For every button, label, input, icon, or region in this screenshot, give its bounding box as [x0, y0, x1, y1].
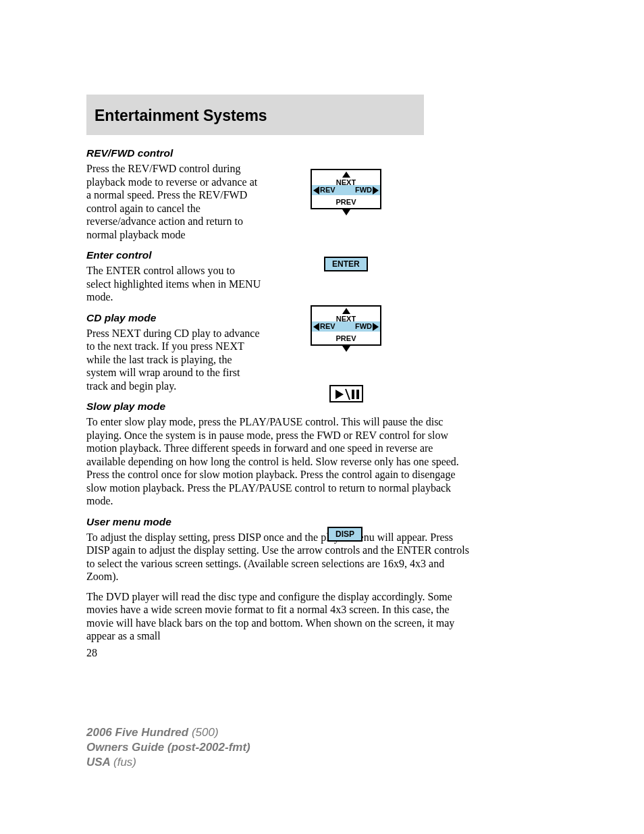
enter-button-graphic: ENTER	[324, 257, 368, 271]
figure-dpad-1: NEXT PREV REV FWD	[311, 169, 381, 217]
body-slow: To enter slow play mode, press the PLAY/…	[86, 415, 473, 508]
figure-enter-button: ENTER	[324, 257, 368, 271]
page-number: 28	[86, 647, 97, 659]
triangle-down-icon	[342, 209, 350, 215]
section-cdplay: CD play mode Press NEXT during CD play t…	[86, 312, 473, 393]
footer-model-code: (500)	[192, 726, 219, 739]
dpad-next-label: NEXT	[336, 315, 356, 323]
svg-rect-3	[356, 390, 359, 399]
body-usermenu-2: The DVD player will read the disc type a…	[86, 590, 473, 643]
footer-region: USA	[86, 756, 113, 768]
section-enter: Enter control The ENTER control allows y…	[86, 249, 473, 304]
triangle-left-icon	[313, 186, 319, 194]
figure-playpause	[329, 385, 363, 402]
heading-cdplay: CD play mode	[86, 312, 473, 324]
dpad-fwd-label: FWD	[355, 323, 372, 330]
triangle-left-icon	[313, 323, 319, 331]
heading-slow: Slow play mode	[86, 400, 473, 413]
heading-enter: Enter control	[86, 249, 473, 261]
page-content: REV/FWD control Press the REV/FWD contro…	[86, 147, 473, 651]
dpad-fwd-label: FWD	[355, 186, 372, 194]
triangle-up-icon	[342, 308, 350, 314]
footer-region-code: (fus)	[113, 756, 136, 768]
dpad-prev-label: PREV	[336, 199, 356, 206]
footer-model: 2006 Five Hundred	[86, 726, 192, 739]
dpad-rev-label: REV	[320, 186, 336, 194]
body-usermenu-1: To adjust the display setting, press DIS…	[86, 531, 473, 583]
footer-line-1: 2006 Five Hundred (500)	[86, 725, 250, 740]
svg-rect-2	[352, 390, 354, 399]
play-pause-icon	[329, 385, 363, 402]
manual-page: Entertainment Systems REV/FWD control Pr…	[0, 0, 644, 834]
figure-disp-button: DISP	[327, 527, 363, 542]
footer-line-3: USA (fus)	[86, 755, 250, 770]
triangle-up-icon	[342, 172, 350, 178]
dpad-control: NEXT PREV REV FWD	[311, 169, 381, 209]
triangle-right-icon	[373, 323, 379, 331]
body-cdplay: Press NEXT during CD play to advance to …	[86, 327, 262, 393]
body-enter: The ENTER control allows you to select h…	[86, 264, 262, 304]
heading-usermenu: User menu mode	[86, 516, 473, 528]
chapter-title: Entertainment Systems	[95, 107, 416, 125]
triangle-down-icon	[342, 346, 350, 352]
dpad-rev-label: REV	[320, 323, 336, 330]
dpad-prev-label: PREV	[336, 335, 356, 342]
section-revfwd: REV/FWD control Press the REV/FWD contro…	[86, 147, 473, 241]
triangle-right-icon	[373, 186, 379, 194]
svg-marker-0	[336, 390, 344, 399]
body-revfwd: Press the REV/FWD control during playbac…	[86, 162, 262, 241]
dpad-control: NEXT PREV REV FWD	[311, 305, 381, 346]
footer-block: 2006 Five Hundred (500) Owners Guide (po…	[86, 725, 250, 769]
chapter-header: Entertainment Systems	[86, 95, 424, 135]
dpad-next-label: NEXT	[336, 179, 356, 186]
disp-button-graphic: DISP	[327, 527, 363, 542]
section-slow: Slow play mode To enter slow play mode, …	[86, 400, 473, 508]
section-usermenu: User menu mode To adjust the display set…	[86, 516, 473, 643]
figure-dpad-2: NEXT PREV REV FWD	[311, 305, 381, 354]
svg-line-1	[346, 389, 350, 400]
footer-line-2: Owners Guide (post-2002-fmt)	[86, 740, 250, 755]
heading-revfwd: REV/FWD control	[86, 147, 473, 159]
